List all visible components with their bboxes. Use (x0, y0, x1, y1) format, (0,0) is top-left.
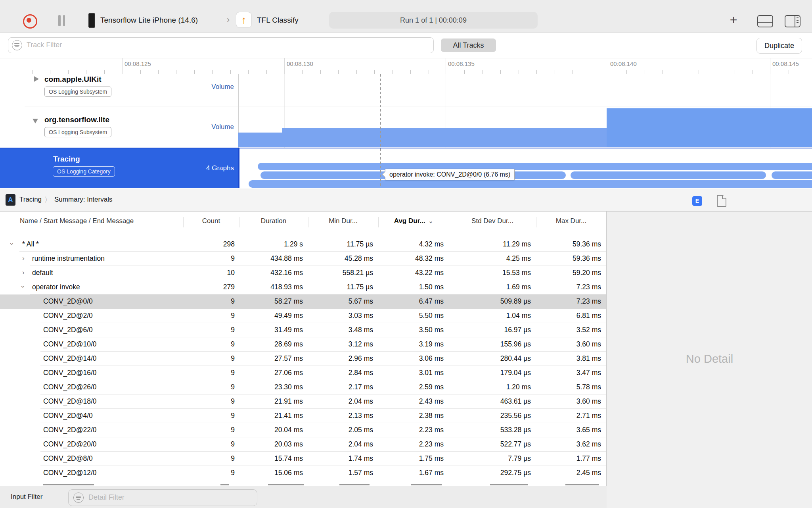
table-row[interactable]: CONV_2D@22/0920.04 ms2.05 ms2.23 ms533.2… (0, 423, 606, 437)
row-max: 3.52 ms (534, 326, 601, 334)
expert-info-button[interactable]: E (692, 196, 702, 206)
disclosure-collapsed-icon[interactable] (34, 76, 39, 82)
col-header-count[interactable]: Count (183, 217, 239, 225)
row-name: CONV_2D@20/0 (43, 440, 97, 448)
row-avg: 5.50 ms (376, 312, 444, 320)
iphone-device-icon (88, 13, 95, 28)
toggle-bottom-pane-button[interactable] (757, 15, 773, 27)
tracing-label-area[interactable]: Tracing OS Logging Category 4 Graphs (0, 148, 238, 188)
playhead-dashed-line[interactable] (380, 74, 381, 188)
row-duration: 23.30 ms (236, 383, 303, 391)
table-row[interactable]: CONV_2D@14/0927.57 ms2.96 ms3.06 ms280.4… (0, 352, 606, 366)
bottom-filter-bar: Input Filter Detail Filter (0, 486, 607, 508)
no-detail-text: No Detail (607, 352, 812, 366)
col-header-max-dur[interactable]: Max Dur... (536, 217, 606, 225)
table-row[interactable]: CONV_2D@8/0915.74 ms1.74 ms1.75 ms7.79 µ… (0, 452, 606, 466)
record-button[interactable] (23, 14, 37, 29)
toggle-right-pane-button[interactable] (785, 15, 801, 27)
pause-button[interactable] (58, 15, 65, 26)
bottom-right-panel (607, 486, 812, 508)
row-std: 533.28 µs (463, 426, 531, 434)
filter-row: Track Filter All Tracks Duplicate (0, 33, 812, 58)
col-header-avg-dur[interactable]: Avg Dur...⌄ (378, 217, 449, 225)
row-avg: 6.47 ms (376, 297, 444, 306)
table-row[interactable]: ›runtime instrumentation9434.88 ms45.28 … (0, 252, 606, 266)
volume-histogram-segment[interactable] (282, 128, 607, 147)
row-name: CONV_2D@18/0 (43, 397, 97, 406)
track-title: org.tensorflow.lite (44, 115, 109, 124)
table-row[interactable]: ›default10432.16 ms558.21 µs43.22 ms15.5… (0, 266, 606, 280)
row-disclosure-expanded-icon[interactable]: › (9, 243, 15, 245)
row-max: 59.20 ms (534, 269, 601, 277)
track-row-tracing-selected[interactable]: Tracing OS Logging Category 4 Graphs (0, 148, 812, 189)
row-disclosure-expanded-icon[interactable]: › (20, 286, 27, 288)
detail-filter-input[interactable]: Detail Filter (68, 489, 257, 506)
row-max: 3.60 ms (534, 340, 601, 348)
row-duration: 21.91 ms (236, 397, 303, 406)
row-count: 279 (167, 283, 235, 291)
time-ruler[interactable]: 00:08.12500:08.13000:08.13500:08.14000:0… (0, 58, 812, 74)
col-header-duration[interactable]: Duration (239, 217, 308, 225)
track-filter-input[interactable]: Track Filter (8, 37, 434, 53)
row-count: 9 (167, 354, 235, 363)
volume-histogram-segment[interactable] (238, 133, 282, 147)
interval-bar[interactable] (258, 163, 812, 170)
row-name: * All * (22, 240, 39, 248)
table-row[interactable]: CONV_2D@26/0923.30 ms2.17 ms2.59 ms1.20 … (0, 380, 606, 394)
col-header-name[interactable]: Name / Start Message / End Message (20, 217, 134, 225)
row-count: 9 (167, 383, 235, 391)
row-max: 2.71 ms (534, 412, 601, 420)
interval-bar[interactable] (249, 180, 812, 188)
disclosure-expanded-icon[interactable] (33, 119, 38, 123)
table-row[interactable]: CONV_2D@20/0920.03 ms2.04 ms2.23 ms522.7… (0, 437, 606, 452)
table-row[interactable]: CONV_2D@4/0921.41 ms2.13 ms2.38 ms235.56… (0, 409, 606, 423)
breadcrumb-tracing[interactable]: Tracing (19, 196, 42, 204)
add-instrument-button[interactable]: + (726, 12, 741, 28)
track-meta-label: Volume (163, 83, 234, 91)
table-row[interactable]: CONV_2D@0/0958.27 ms5.67 ms6.47 ms509.89… (0, 294, 606, 309)
duplicate-button[interactable]: Duplicate (756, 38, 802, 54)
interval-bar[interactable] (772, 171, 812, 179)
table-row[interactable]: ›* All *2981.29 s11.75 µs4.32 ms11.29 ms… (0, 237, 606, 252)
row-name: CONV_2D@0/0 (43, 297, 93, 306)
run-status-display[interactable]: Run 1 of 1 | 00:00:09 (329, 12, 538, 29)
row-name: CONV_2D@16/0 (43, 369, 97, 377)
table-row[interactable]: CONV_2D@18/0921.91 ms2.04 ms2.43 ms463.6… (0, 394, 606, 409)
breadcrumb-summary-intervals[interactable]: Summary: Intervals (54, 196, 112, 204)
document-icon[interactable] (717, 195, 726, 207)
row-std: 509.89 µs (463, 297, 531, 306)
col-header-std-dev-dur[interactable]: Std Dev Dur... (449, 217, 536, 225)
ruler-time-label: 00:08.125 (124, 60, 151, 67)
table-row[interactable]: CONV_2D@10/0928.69 ms3.12 ms3.19 ms155.9… (0, 337, 606, 352)
row-avg: 3.06 ms (376, 354, 444, 363)
row-std: 280.44 µs (463, 354, 531, 363)
row-name: CONV_2D@26/0 (43, 383, 97, 391)
track-filter-placeholder: Track Filter (27, 41, 62, 49)
row-max: 6.81 ms (534, 312, 601, 320)
table-row[interactable]: ›operator invoke279418.93 ms11.75 µs1.50… (0, 280, 606, 294)
row-name: operator invoke (32, 283, 80, 291)
interval-bar[interactable] (571, 171, 766, 179)
track-title: com.apple.UIKit (44, 75, 102, 84)
col-header-min-dur[interactable]: Min Dur... (308, 217, 378, 225)
table-row[interactable]: CONV_2D@12/0915.06 ms1.57 ms1.67 ms292.7… (0, 466, 606, 480)
row-min: 2.04 ms (306, 440, 373, 448)
device-name[interactable]: Tensorflow Lite iPhone (14.6) (100, 16, 198, 25)
table-row[interactable]: CONV_2D@16/0927.06 ms2.84 ms3.01 ms179.0… (0, 366, 606, 380)
row-min: 558.21 µs (306, 269, 373, 277)
row-std: 15.53 ms (463, 269, 531, 277)
table-row[interactable]: CONV_2D@2/0949.49 ms3.03 ms5.50 ms1.04 m… (0, 309, 606, 323)
target-process-name[interactable]: TFL Classify (257, 16, 299, 25)
row-disclosure-collapsed-icon[interactable]: › (22, 255, 25, 262)
all-tracks-button[interactable]: All Tracks (441, 38, 496, 52)
intervals-table: ›* All *2981.29 s11.75 µs4.32 ms11.29 ms… (0, 232, 606, 486)
volume-histogram-segment[interactable] (607, 108, 812, 147)
row-count: 9 (167, 312, 235, 320)
row-min: 3.48 ms (306, 326, 373, 334)
track-title: Tracing (53, 155, 80, 164)
table-row[interactable]: CONV_2D@6/0931.49 ms3.48 ms3.50 ms16.97 … (0, 323, 606, 337)
row-disclosure-collapsed-icon[interactable]: › (22, 269, 25, 276)
row-min: 11.75 µs (306, 240, 373, 248)
row-max: 7.23 ms (534, 283, 601, 291)
row-avg: 48.32 ms (376, 254, 444, 263)
